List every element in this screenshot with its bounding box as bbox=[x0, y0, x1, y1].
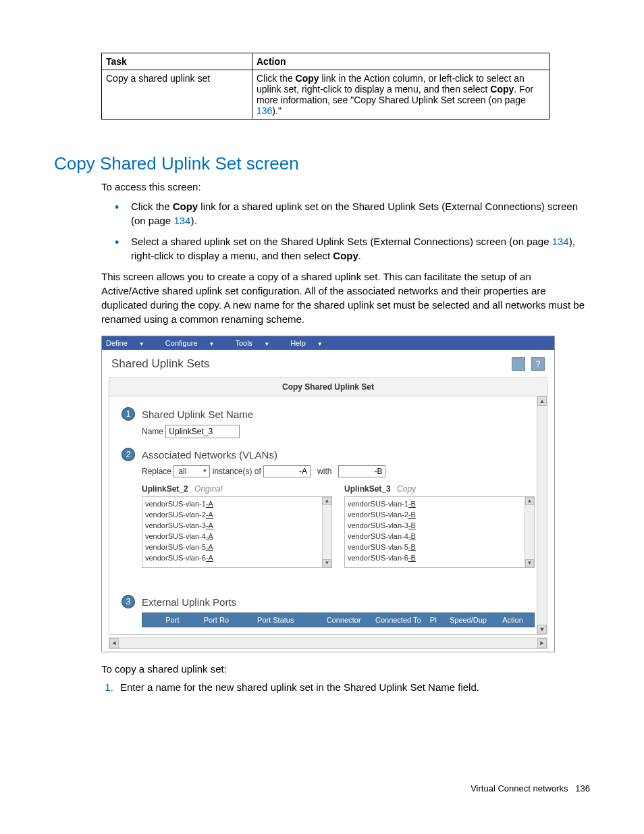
replace-from-input[interactable] bbox=[263, 465, 311, 477]
step-2-title: Associated Networks (VLANs) bbox=[142, 449, 277, 461]
list-item[interactable]: vendorSUS-vlan-4-A bbox=[145, 531, 322, 542]
panel-hscrollbar[interactable]: ◄ ► bbox=[109, 637, 547, 649]
text: . bbox=[358, 250, 361, 261]
replace-scope-select[interactable]: all bbox=[173, 465, 210, 477]
text: ). bbox=[190, 215, 196, 226]
task-action-table: Task Action Copy a shared uplink set Cli… bbox=[101, 53, 549, 120]
copy-panel: Copy Shared Uplink Set ▲ ▼ 1 Shared Upli… bbox=[109, 377, 547, 635]
td-action: Click the Copy link in the Action column… bbox=[252, 70, 549, 120]
page-footer: Virtual Connect networks 136 bbox=[471, 783, 590, 793]
bullet-1: Click the Copy link for a shared uplink … bbox=[115, 199, 590, 228]
replace-to-input[interactable] bbox=[338, 465, 385, 477]
step-2-badge: 2 bbox=[122, 448, 135, 461]
uplink-name-input[interactable] bbox=[165, 425, 240, 438]
scroll-up-icon[interactable]: ▲ bbox=[525, 497, 534, 505]
col-port-status: Port Status bbox=[237, 616, 315, 624]
footer-text: Virtual Connect networks bbox=[471, 783, 568, 793]
list-item[interactable]: vendorSUS-vlan-3-A bbox=[145, 520, 322, 531]
bold-copy: Copy bbox=[333, 250, 358, 261]
step-3-badge: 3 bbox=[122, 595, 135, 608]
col-speed-dup: Speed/Dup bbox=[446, 616, 494, 624]
to-copy-text: To copy a shared uplink set: bbox=[101, 662, 590, 676]
col-port: Port bbox=[145, 616, 200, 624]
footer-page-number: 136 bbox=[575, 783, 590, 793]
ports-table-header: Port Port Ro Port Status Connector Conne… bbox=[142, 613, 535, 627]
list-item[interactable]: vendorSUS-vlan-6-B bbox=[348, 552, 525, 563]
scroll-down-icon[interactable]: ▼ bbox=[537, 625, 547, 634]
bullet-2: Select a shared uplink set on the Shared… bbox=[115, 234, 590, 263]
th-task: Task bbox=[102, 53, 252, 70]
label: Configure bbox=[165, 339, 198, 347]
panel-vscrollbar[interactable]: ▲ ▼ bbox=[537, 396, 547, 634]
page-link-134[interactable]: 134 bbox=[173, 215, 190, 226]
copy-head: UplinkSet_3 bbox=[344, 484, 391, 494]
scroll-up-icon[interactable]: ▲ bbox=[323, 497, 331, 505]
step-1-title: Shared Uplink Set Name bbox=[142, 409, 253, 420]
list-item[interactable]: vendorSUS-vlan-1-A bbox=[145, 498, 322, 509]
access-bullets: Click the Copy link for a shared uplink … bbox=[115, 199, 590, 263]
menu-help[interactable]: Help ▼ bbox=[290, 339, 332, 347]
scroll-up-icon[interactable]: ▲ bbox=[537, 396, 547, 406]
bold-copy-1: Copy bbox=[296, 73, 319, 84]
scroll-down-icon[interactable]: ▼ bbox=[323, 559, 331, 567]
description-paragraph: This screen allows you to create a copy … bbox=[101, 269, 590, 326]
col-connector: Connector bbox=[323, 616, 371, 624]
help-icon[interactable]: ? bbox=[531, 357, 545, 371]
menu-tools[interactable]: Tools ▼ bbox=[235, 339, 279, 347]
copy-tag: Copy bbox=[397, 484, 416, 494]
list-vscrollbar[interactable]: ▲ ▼ bbox=[525, 497, 534, 567]
list-item[interactable]: vendorSUS-vlan-5-A bbox=[145, 542, 322, 552]
list-vscrollbar[interactable]: ▲ ▼ bbox=[322, 497, 331, 567]
list-item[interactable]: vendorSUS-vlan-3-B bbox=[348, 520, 525, 531]
print-icon[interactable] bbox=[512, 357, 525, 371]
intro-text: To access this screen: bbox=[101, 180, 590, 194]
screenshot-container: Define ▼ Configure ▼ Tools ▼ Help ▼ Shar… bbox=[101, 336, 555, 652]
label: Tools bbox=[235, 339, 252, 347]
page-link-136[interactable]: 136 bbox=[257, 105, 272, 116]
step-item-1: Enter a name for the new shared uplink s… bbox=[116, 681, 590, 693]
col-connected-to: Connected To bbox=[371, 616, 426, 624]
screen-title: Shared Uplink Sets bbox=[111, 357, 210, 371]
name-label: Name bbox=[142, 427, 163, 436]
step-3-title: External Uplink Ports bbox=[142, 596, 236, 608]
label: Define bbox=[106, 339, 128, 347]
text: Select a shared uplink set on the Shared… bbox=[131, 236, 552, 247]
with-label: with bbox=[317, 467, 331, 476]
text: Click the bbox=[257, 73, 296, 84]
list-item[interactable]: vendorSUS-vlan-4-B bbox=[348, 531, 525, 542]
list-item[interactable]: vendorSUS-vlan-5-B bbox=[348, 542, 525, 552]
chevron-down-icon: ▼ bbox=[209, 341, 215, 347]
page-link-134-b[interactable]: 134 bbox=[552, 236, 569, 247]
scroll-down-icon[interactable]: ▼ bbox=[525, 559, 534, 567]
label: Help bbox=[290, 339, 306, 347]
replace-label: Replace bbox=[142, 467, 171, 476]
copy-networks-list[interactable]: vendorSUS-vlan-1-BvendorSUS-vlan-2-Bvend… bbox=[344, 496, 535, 568]
chevron-down-icon: ▼ bbox=[264, 341, 269, 347]
original-networks-list[interactable]: vendorSUS-vlan-1-AvendorSUS-vlan-2-Avend… bbox=[142, 496, 332, 568]
menu-define[interactable]: Define ▼ bbox=[106, 339, 154, 347]
bold-copy-2: Copy bbox=[490, 84, 514, 95]
chevron-down-icon: ▼ bbox=[317, 341, 323, 347]
list-item[interactable]: vendorSUS-vlan-1-B bbox=[348, 498, 525, 509]
orig-tag: Original bbox=[194, 484, 222, 494]
bold-copy: Copy bbox=[173, 201, 198, 212]
col-action: Action bbox=[494, 616, 531, 624]
menu-configure[interactable]: Configure ▼ bbox=[165, 339, 224, 347]
list-item[interactable]: vendorSUS-vlan-6-A bbox=[145, 552, 322, 563]
col-port-role: Port Ro bbox=[200, 616, 237, 624]
text: link for a shared uplink set on the Shar… bbox=[131, 201, 578, 226]
step-1-badge: 1 bbox=[122, 407, 135, 421]
scroll-left-icon[interactable]: ◄ bbox=[109, 638, 119, 648]
chevron-down-icon: ▼ bbox=[139, 341, 144, 347]
menubar: Define ▼ Configure ▼ Tools ▼ Help ▼ bbox=[102, 336, 554, 350]
section-heading: Copy Shared Uplink Set screen bbox=[54, 153, 590, 174]
scroll-right-icon[interactable]: ► bbox=[537, 638, 547, 648]
col-pi: PI bbox=[426, 616, 446, 624]
instances-label: instance(s) of bbox=[213, 467, 261, 476]
list-item[interactable]: vendorSUS-vlan-2-A bbox=[145, 509, 322, 520]
list-item[interactable]: vendorSUS-vlan-2-B bbox=[348, 509, 525, 520]
td-task: Copy a shared uplink set bbox=[102, 70, 252, 120]
text: Click the bbox=[131, 201, 173, 212]
orig-head: UplinkSet_2 bbox=[142, 484, 188, 494]
steps-list: Enter a name for the new shared uplink s… bbox=[101, 681, 590, 693]
